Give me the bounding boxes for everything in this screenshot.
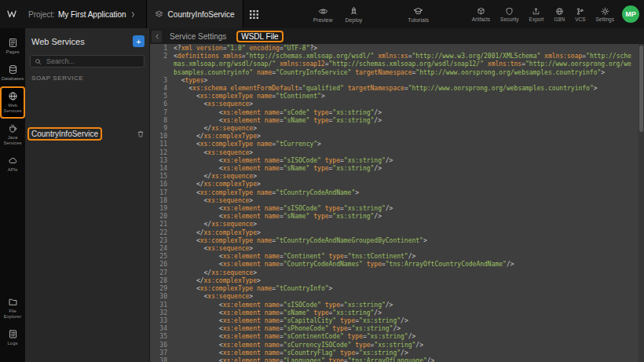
project-name[interactable]: My First Application <box>58 10 126 19</box>
code-line: 20 <xs:element name="sName" type="xs:str… <box>150 213 644 221</box>
code-text: <xs:element name="sContinentCode" type="… <box>174 333 644 341</box>
user-avatar[interactable]: MP <box>622 5 639 23</box>
code-text: </xs:sequence> <box>174 125 644 133</box>
line-number: 29 <box>150 285 174 293</box>
artifacts-box-icon <box>477 7 485 16</box>
line-number: 35 <box>150 333 174 341</box>
sidebar-item-java-services[interactable]: Java Services <box>1 119 24 150</box>
list-item-countryinfoservice[interactable]: CountryInfoService <box>25 126 149 141</box>
topbar-utilities: Artifacts Security Export I18N <box>472 7 614 22</box>
database-icon <box>8 64 18 75</box>
code-text: <xs:complexType name="tCurrency"> <box>174 141 644 148</box>
sidebar-item-databases[interactable]: Databases <box>1 60 24 86</box>
code-line: 6 <xs:sequence> <box>150 101 644 108</box>
code-line: 23 <xs:complexType name="tCountryCodeAnd… <box>150 237 644 245</box>
preview-eye-icon <box>318 6 328 16</box>
line-number: 24 <box>150 245 174 253</box>
sidebar-item-pages[interactable]: Pages <box>1 34 24 59</box>
line-number: 32 <box>150 309 174 317</box>
code-line: 9 </xs:sequence> <box>150 125 644 133</box>
sidebar-item-label: Databases <box>1 76 24 82</box>
code-text: <xs:element name="CountryCodeAndNames" t… <box>174 261 644 269</box>
wavemaker-logo[interactable] <box>0 0 24 28</box>
line-number: 2 <box>150 53 174 60</box>
code-text: <xs:element name="sName" type="xs:string… <box>174 165 644 173</box>
code-text: <xs:element name="Continent" type="tns:t… <box>174 253 644 261</box>
tab-wsdl-file[interactable]: WSDL File <box>237 31 282 42</box>
code-area: 1<?xml version="1.0" encoding="UTF-8"?>2… <box>150 45 644 362</box>
vcs-button[interactable]: VCS <box>575 7 585 22</box>
code-text: </xs:sequence> <box>174 269 644 277</box>
line-number: 1 <box>150 45 174 53</box>
code-text: <xs:complexType name="tCountryInfo"> <box>174 285 644 293</box>
sidebar-item-web-services[interactable]: Web Services <box>1 87 24 118</box>
service-item-label[interactable]: CountryInfoService <box>28 128 101 140</box>
sidebar-item-apis[interactable]: APIs <box>1 152 24 177</box>
code-text: <xs:element name="sName" type="xs:string… <box>174 213 644 221</box>
chevron-right-icon[interactable] <box>130 11 137 18</box>
code-line: 15 </xs:sequence> <box>150 173 644 181</box>
code-line: 17 <xs:complexType name="tCountryCodeAnd… <box>150 189 644 197</box>
i18n-button[interactable]: I18N <box>554 7 565 22</box>
sidebar-item-file-explorer[interactable]: File Explorer <box>1 293 24 324</box>
line-number: 37 <box>150 349 174 357</box>
open-service-tab[interactable]: CountryInfoService <box>146 0 243 28</box>
pages-icon <box>8 38 18 48</box>
folder-icon <box>8 297 18 307</box>
deploy-label: Deploy <box>346 17 363 23</box>
search-input[interactable] <box>45 57 140 66</box>
web-services-globe-icon <box>8 91 18 101</box>
tutorials-button[interactable]: Tutorials <box>408 6 429 23</box>
code-text: <types> <box>174 77 644 85</box>
settings-label: Settings <box>596 16 615 22</box>
line-number: 23 <box>150 237 174 245</box>
line-number: 3 <box>150 77 174 85</box>
line-number: 11 <box>150 141 174 148</box>
vcs-label: VCS <box>575 16 585 22</box>
line-number: 13 <box>150 157 174 165</box>
soap-service-icon <box>155 10 163 19</box>
wsdl-editor[interactable]: 1<?xml version="1.0" encoding="UTF-8"?>2… <box>150 44 644 362</box>
project-label: Project: <box>28 10 55 19</box>
code-line: 29 <xs:complexType name="tCountryInfo"> <box>150 285 644 293</box>
code-text: <xs:element name="sCountryFlag" type="xs… <box>174 349 644 357</box>
code-line: 13 <xs:element name="sISOCode" type="xs:… <box>150 157 644 165</box>
tab-service-settings[interactable]: Service Settings <box>163 31 232 42</box>
search-box[interactable] <box>30 55 145 68</box>
code-line: 38 <xs:element name="Languages" type="tn… <box>150 357 644 362</box>
code-line: 11 <xs:complexType name="tCurrency"> <box>150 141 644 148</box>
code-line: 3 <types> <box>150 77 644 85</box>
line-number: 12 <box>150 149 174 157</box>
security-button[interactable]: Security <box>500 7 518 22</box>
preview-button[interactable]: Preview <box>313 6 333 23</box>
code-line: 32 <xs:element name="sName" type="xs:str… <box>150 309 644 317</box>
line-number: 7 <box>150 109 174 117</box>
add-service-button[interactable]: + <box>133 35 145 47</box>
collapse-panel-button[interactable] <box>152 31 162 42</box>
app-window: Project: My First Application CountryInf… <box>0 0 644 362</box>
scrollbar-thumb[interactable] <box>639 46 643 132</box>
code-line: 18 <xs:sequence> <box>150 197 644 205</box>
code-text: <xs:element name="sName" type="xs:string… <box>174 117 644 125</box>
code-line: 28 </xs:complexType> <box>150 277 644 285</box>
code-line: 36 <xs:element name="sCurrencyISOCode" t… <box>150 342 644 349</box>
grid-icon[interactable] <box>250 10 258 19</box>
code-line: 25 <xs:element name="Continent" type="tn… <box>150 253 644 261</box>
code-text: <xs:complexType name="tCountryCodeAndNam… <box>174 237 644 245</box>
line-number: 5 <box>150 93 174 101</box>
deploy-button[interactable]: Deploy <box>346 6 363 23</box>
sidebar-item-label: Java Services <box>1 135 24 146</box>
panel-title: Web Services <box>31 37 133 46</box>
line-number: 27 <box>150 269 174 277</box>
sidebar-item-logs[interactable]: Logs <box>1 325 24 350</box>
line-number: 26 <box>150 261 174 269</box>
code-line: 7 <xs:element name="sCode" type="xs:stri… <box>150 109 644 117</box>
line-number: 15 <box>150 173 174 181</box>
line-number: 17 <box>150 189 174 197</box>
editor-scrollbar[interactable] <box>639 44 644 362</box>
settings-button[interactable]: Settings <box>596 7 615 22</box>
trash-icon[interactable] <box>137 130 145 138</box>
artifacts-button[interactable]: Artifacts <box>472 7 490 22</box>
export-button[interactable]: Export <box>529 7 544 22</box>
preview-label: Preview <box>313 17 333 23</box>
